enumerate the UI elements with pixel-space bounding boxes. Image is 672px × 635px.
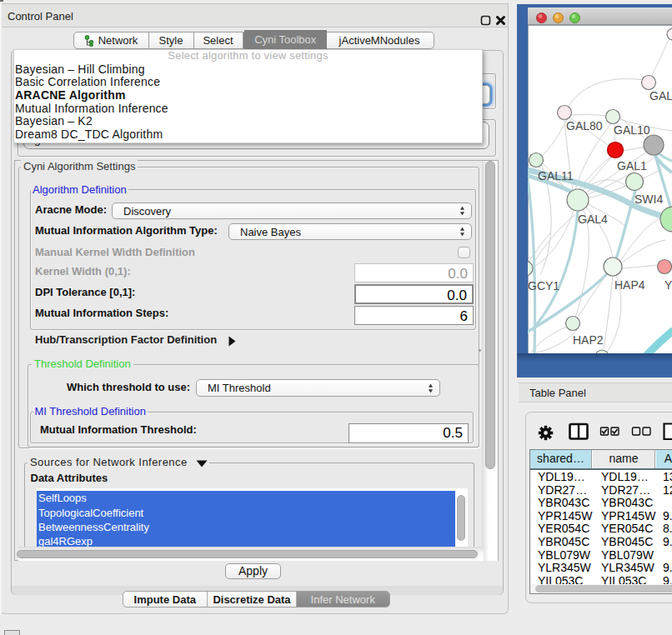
svg-text:GAL1: GAL1 — [617, 159, 647, 172]
svg-text:GAL2: GAL2 — [649, 89, 672, 102]
svg-text:HAP4: HAP4 — [614, 278, 645, 292]
svg-text:GAL10: GAL10 — [614, 123, 650, 137]
svg-text:GAL80: GAL80 — [566, 119, 603, 132]
svg-text:HAP2: HAP2 — [573, 333, 604, 347]
svg-text:YM: YM — [664, 278, 672, 292]
svg-text:GAL11: GAL11 — [538, 169, 574, 182]
svg-text:GAL4: GAL4 — [578, 212, 608, 226]
svg-text:SWI4: SWI4 — [634, 192, 663, 206]
svg-text:GCY1: GCY1 — [528, 279, 559, 292]
